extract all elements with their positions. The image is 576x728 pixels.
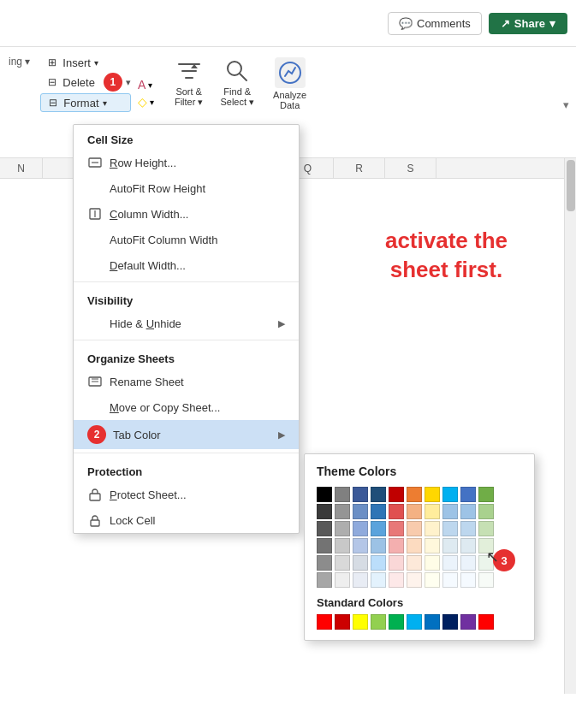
theme-color-swatch-4-6[interactable] — [425, 555, 440, 571]
theme-color-swatch-2-8[interactable] — [460, 521, 476, 536]
theme-color-swatch-1-9[interactable] — [478, 504, 494, 519]
theme-color-swatch-5-4[interactable] — [389, 572, 404, 588]
theme-color-swatch-0-8[interactable] — [460, 487, 476, 502]
theme-color-swatch-2-9[interactable] — [478, 521, 494, 536]
color-column-3 — [371, 487, 386, 588]
theme-color-swatch-0-1[interactable] — [335, 487, 350, 502]
theme-color-swatch-0-9[interactable] — [478, 487, 494, 502]
autofit-col-item[interactable]: AutoFit Column Width — [74, 227, 299, 252]
row-height-item[interactable]: Row Height... — [74, 150, 299, 175]
theme-color-swatch-1-0[interactable] — [317, 504, 332, 519]
theme-color-swatch-2-3[interactable] — [371, 521, 386, 536]
ribbon-expand-button[interactable]: ▾ — [563, 98, 569, 111]
theme-color-swatch-5-6[interactable] — [425, 572, 440, 588]
comments-button[interactable]: 💬 Comments — [388, 12, 482, 35]
protect-sheet-item[interactable]: Protect Sheet... — [74, 482, 299, 507]
theme-color-swatch-3-0[interactable] — [317, 538, 332, 553]
theme-color-swatch-1-2[interactable] — [353, 504, 368, 519]
hide-unhide-item[interactable]: Hide & Unhide ▶ — [74, 311, 299, 336]
theme-color-swatch-1-1[interactable] — [335, 504, 350, 519]
theme-color-swatch-0-2[interactable] — [353, 487, 368, 502]
theme-color-swatch-1-5[interactable] — [407, 504, 422, 519]
theme-color-swatch-0-5[interactable] — [407, 487, 422, 502]
theme-color-swatch-4-8[interactable] — [460, 555, 476, 571]
theme-color-swatch-3-1[interactable] — [335, 538, 350, 553]
default-width-item[interactable]: Default Width... — [74, 252, 299, 278]
theme-color-swatch-2-0[interactable] — [317, 521, 332, 536]
protect-sheet-label: Protect Sheet... — [110, 488, 187, 501]
theme-color-swatch-4-1[interactable] — [335, 555, 350, 571]
theme-color-swatch-0-7[interactable] — [442, 487, 458, 502]
theme-color-swatch-5-7[interactable] — [442, 572, 458, 588]
theme-color-swatch-2-1[interactable] — [335, 521, 350, 536]
standard-color-swatch-7[interactable] — [442, 614, 458, 630]
analyze-data-label: AnalyzeData — [273, 90, 306, 110]
delete-button[interactable]: ⊟ Delete — [40, 74, 100, 91]
standard-color-swatch-4[interactable] — [389, 614, 404, 630]
theme-color-swatch-1-4[interactable] — [389, 504, 404, 519]
theme-color-swatch-4-0[interactable] — [317, 555, 332, 571]
theme-color-swatch-4-7[interactable] — [442, 555, 458, 571]
theme-color-swatch-0-0[interactable] — [317, 487, 332, 502]
find-select-group[interactable]: Find &Select ▾ — [213, 54, 261, 111]
theme-color-swatch-5-9[interactable] — [478, 572, 494, 588]
standard-color-swatch-3[interactable] — [371, 614, 386, 630]
rename-sheet-item[interactable]: Rename Sheet — [74, 369, 299, 394]
theme-color-swatch-0-4[interactable] — [389, 487, 404, 502]
standard-color-swatch-8[interactable] — [460, 614, 476, 630]
theme-color-swatch-3-4[interactable] — [389, 538, 404, 553]
theme-color-swatch-5-1[interactable] — [335, 572, 350, 588]
insert-button[interactable]: ⊞ Insert ▾ — [40, 54, 131, 71]
font-color-icon: A — [138, 78, 145, 92]
theme-color-swatch-4-5[interactable] — [407, 555, 422, 571]
theme-color-swatch-3-7[interactable] — [442, 538, 458, 553]
theme-color-swatch-1-8[interactable] — [460, 504, 476, 519]
standard-color-swatch-2[interactable] — [353, 614, 368, 630]
move-copy-item[interactable]: Move or Copy Sheet... — [74, 394, 299, 420]
theme-color-swatch-2-4[interactable] — [389, 521, 404, 536]
theme-color-swatch-5-5[interactable] — [407, 572, 422, 588]
theme-color-swatch-5-2[interactable] — [353, 572, 368, 588]
standard-color-swatch-5[interactable] — [407, 614, 422, 630]
analyze-data-group[interactable]: AnalyzeData — [264, 54, 315, 114]
theme-color-swatch-2-2[interactable] — [353, 521, 368, 536]
tab-color-item[interactable]: 2 Tab Color ▶ — [74, 420, 299, 449]
theme-color-swatch-2-7[interactable] — [442, 521, 458, 536]
theme-color-swatch-4-9[interactable] — [478, 555, 494, 571]
theme-color-swatch-1-3[interactable] — [371, 504, 386, 519]
standard-color-swatch-0[interactable] — [317, 614, 332, 630]
autofit-row-item[interactable]: AutoFit Row Height — [74, 175, 299, 201]
theme-color-swatch-0-3[interactable] — [371, 487, 386, 502]
protect-sheet-icon — [87, 487, 103, 502]
theme-color-swatch-4-3[interactable] — [371, 555, 386, 571]
theme-color-swatch-3-5[interactable] — [407, 538, 422, 553]
scrollbar-thumb[interactable] — [567, 160, 575, 211]
theme-color-swatch-5-3[interactable] — [371, 572, 386, 588]
theme-color-swatch-1-6[interactable] — [425, 504, 440, 519]
theme-color-swatch-3-3[interactable] — [371, 538, 386, 553]
theme-color-swatch-3-2[interactable] — [353, 538, 368, 553]
share-button[interactable]: ↗ Share ▾ — [489, 13, 567, 34]
lock-cell-item[interactable]: Lock Cell — [74, 507, 299, 533]
theme-color-swatch-2-5[interactable] — [407, 521, 422, 536]
vertical-scrollbar[interactable] — [564, 158, 576, 694]
theme-color-swatch-2-6[interactable] — [425, 521, 440, 536]
color-column-7 — [442, 487, 458, 588]
standard-color-swatch-6[interactable] — [425, 614, 440, 630]
theme-color-swatch-3-8[interactable] — [460, 538, 476, 553]
theme-color-swatch-5-0[interactable] — [317, 572, 332, 588]
column-width-item[interactable]: Column Width... — [74, 201, 299, 227]
format-button[interactable]: ⊟ Format ▾ — [40, 93, 131, 112]
format-icon: ⊟ — [46, 96, 60, 109]
theme-color-swatch-5-8[interactable] — [460, 572, 476, 588]
theme-color-swatch-4-2[interactable] — [353, 555, 368, 571]
theme-color-swatch-0-6[interactable] — [425, 487, 440, 502]
theme-color-swatch-4-4[interactable] — [389, 555, 404, 571]
theme-color-swatch-3-9[interactable] — [478, 538, 494, 553]
sort-filter-group[interactable]: Sort &Filter ▾ — [168, 54, 211, 111]
standard-color-swatch-1[interactable] — [335, 614, 350, 630]
theme-color-swatch-1-7[interactable] — [442, 504, 458, 519]
theme-color-swatch-3-6[interactable] — [425, 538, 440, 553]
standard-color-swatch-9[interactable] — [478, 614, 494, 630]
visibility-header: Visibility — [74, 286, 299, 311]
